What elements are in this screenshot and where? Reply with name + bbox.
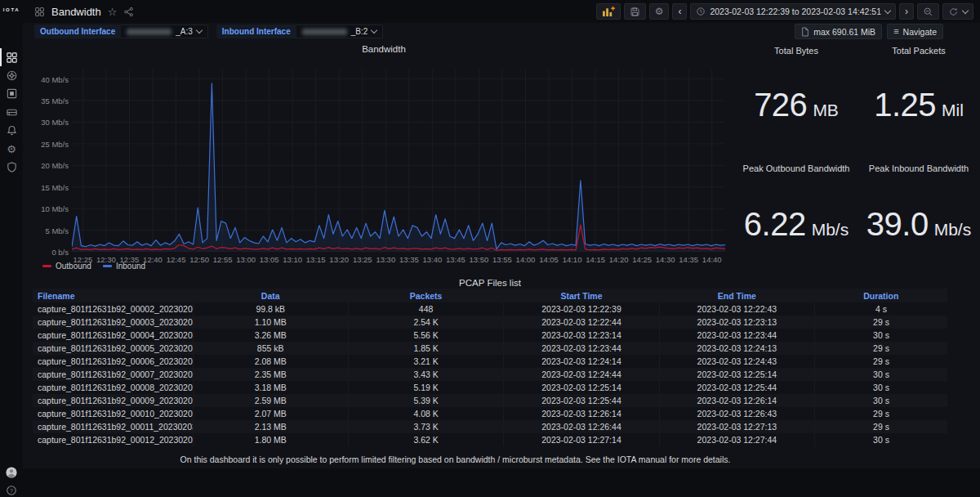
column-header-start-time[interactable]: Start Time (504, 289, 659, 302)
panel-total-bytes: Total Bytes 726 MB (735, 41, 858, 155)
cell-value: 4 s (815, 302, 947, 316)
column-header-filename[interactable]: Filename (33, 289, 193, 302)
bandwidth-chart[interactable] (72, 69, 725, 252)
navigate-label: Navigate (903, 27, 937, 37)
cell-value: 2023-02-03 12:25:44 (659, 381, 814, 394)
column-header-end-time[interactable]: End Time (659, 289, 814, 302)
sidebar-item-dashboards[interactable] (2, 48, 20, 66)
cell-value: 2023-02-03 12:26:44 (504, 420, 659, 433)
add-panel-button[interactable] (596, 3, 621, 20)
stat-unit: MB (813, 101, 839, 120)
stat-value: 726 MB (735, 87, 858, 123)
topbar: Bandwidth ☆ (34, 0, 134, 23)
time-shift-forward-button[interactable]: › (899, 3, 914, 20)
cell-value: 2.13 MB (193, 420, 348, 433)
dashboard-settings-button[interactable]: ⚙ (649, 3, 670, 20)
favorite-star-icon[interactable]: ☆ (108, 7, 118, 17)
cell-value: 2.35 MB (193, 368, 348, 381)
y-tick-label: 35 Mb/s (31, 96, 69, 105)
panel-peak-inbound: Peak Inbound Bandwidth 39.0 Mb/s (858, 157, 980, 274)
max-size-button[interactable]: max 690.61 MiB (795, 24, 882, 39)
cell-value: 2023-02-03 12:26:43 (659, 407, 814, 420)
table-row: capture_801f12631b92_00006_2023020311241… (33, 355, 947, 368)
table-row: capture_801f12631b92_00003_2023020311224… (33, 316, 947, 329)
clock-icon (696, 7, 706, 16)
avatar (5, 466, 18, 479)
table-row: capture_801f12631b92_00011_2023020311264… (33, 420, 947, 433)
cell-filename: capture_801f12631b92_00008_2023020311251… (33, 381, 193, 394)
column-header-data[interactable]: Data (193, 289, 348, 302)
bottom-strip (23, 468, 980, 497)
chevron-left-icon: ‹ (678, 7, 681, 16)
cell-value: 3.43 K (348, 368, 503, 381)
series-line-inbound (72, 83, 725, 249)
menu-icon: ≡ (893, 27, 898, 36)
stat-unit: Mb/s (812, 220, 849, 240)
cell-value: 5.56 K (348, 329, 503, 342)
pcap-files-table: FilenameDataPacketsStart TimeEnd TimeDur… (33, 289, 947, 446)
max-size-label: max 690.61 MiB (813, 27, 875, 37)
sidebar-item-alerting[interactable] (2, 121, 20, 139)
sidebar-item-configuration[interactable]: ⚙ (2, 140, 20, 158)
chevron-down-icon (884, 7, 891, 13)
y-tick-label: 0 b/s (31, 248, 69, 257)
stat-number: 39.0 (866, 206, 929, 243)
stat-value: 1.25 Mil (858, 87, 980, 123)
stat-value: 6.22 Mb/s (735, 206, 858, 243)
column-header-duration[interactable]: Duration (815, 289, 947, 302)
legend-swatch (103, 265, 112, 267)
cell-filename: capture_801f12631b92_00012_2023020311271… (33, 433, 193, 446)
sidebar-item-storage[interactable] (2, 103, 20, 121)
y-tick-label: 40 Mb/s (31, 75, 69, 84)
table-row: capture_801f12631b92_00002_2023020311221… (33, 302, 947, 316)
outbound-interface-select[interactable]: _A:3 (121, 25, 208, 38)
navigate-button[interactable]: ≡ Navigate (887, 24, 943, 39)
save-dashboard-button[interactable] (624, 3, 646, 20)
sidebar-item-profile[interactable] (2, 463, 20, 481)
sidebar-item-apps[interactable] (2, 84, 20, 102)
inbound-interface-select[interactable]: _B:2 (296, 25, 384, 38)
brand-logo[interactable]: IOTA (0, 7, 23, 12)
panel-peak-outbound: Peak Outbound Bandwidth 6.22 Mb/s (735, 157, 858, 274)
cell-value: 2023-02-03 12:26:14 (659, 394, 814, 407)
y-tick-label: 10 Mb/s (31, 204, 69, 213)
redacted-value (302, 29, 347, 35)
sidebar-item-help[interactable]: ? (2, 481, 20, 497)
sidebar-item-admin[interactable] (2, 158, 20, 176)
time-shift-back-button[interactable]: ‹ (672, 3, 687, 20)
cell-value: 30 s (815, 381, 947, 394)
cell-value: 2023-02-03 12:27:44 (659, 433, 814, 446)
column-header-packets[interactable]: Packets (348, 289, 503, 302)
sidebar-item-explore[interactable] (2, 66, 20, 84)
legend-label: Inbound (116, 262, 145, 271)
outbound-interface-filter: Outbound Interface _A:3 (34, 25, 208, 38)
table-panel-title: PCAP Files list (33, 278, 947, 288)
cell-value: 2023-02-03 12:23:44 (504, 342, 659, 355)
cell-value: 29 s (815, 316, 947, 329)
series-area-inbound (72, 83, 725, 252)
zoom-out-time-button[interactable] (917, 3, 939, 20)
cell-value: 2023-02-03 12:24:44 (504, 368, 659, 381)
y-tick-label: 25 Mb/s (31, 140, 69, 149)
inbound-interface-suffix: _B:2 (351, 27, 368, 36)
refresh-button[interactable] (942, 3, 973, 20)
cell-value: 855 kB (193, 342, 348, 355)
legend-item-inbound[interactable]: Inbound (103, 262, 145, 271)
inbound-interface-label: Inbound Interface (216, 25, 296, 38)
sidebar: IOTA (0, 0, 23, 497)
time-range-picker[interactable]: 2023-02-03 12:22:39 to 2023-02-03 14:42:… (690, 3, 896, 20)
x-tick-label: 14:40 (698, 255, 726, 264)
stat-number: 726 (754, 87, 807, 123)
shield-icon (6, 161, 18, 173)
cell-filename: capture_801f12631b92_00010_2023020311261… (33, 407, 193, 420)
svg-text:?: ? (10, 488, 13, 494)
y-tick-label: 5 Mb/s (31, 226, 69, 235)
cell-filename: capture_801f12631b92_00003_2023020311224… (33, 316, 193, 329)
cell-value: 4.08 K (348, 407, 503, 420)
table-row: capture_801f12631b92_00007_2023020311244… (33, 368, 947, 381)
outbound-interface-suffix: _A:3 (176, 27, 193, 36)
legend-item-outbound[interactable]: Outbound (42, 262, 91, 271)
stat-number: 6.22 (744, 206, 806, 243)
panel-title: Total Bytes (735, 46, 858, 56)
share-icon[interactable] (123, 7, 134, 17)
